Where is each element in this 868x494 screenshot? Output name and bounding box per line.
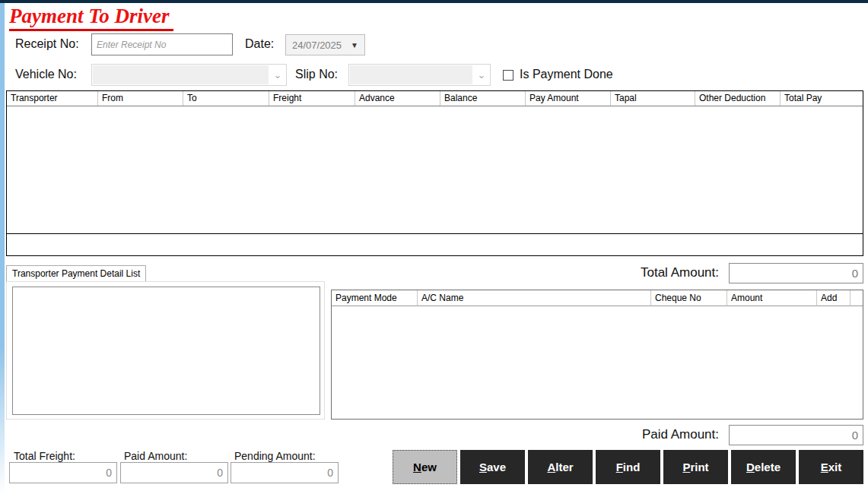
- paid-amount-label: Paid Amount:: [533, 427, 719, 442]
- delete-button[interactable]: Delete: [731, 450, 796, 484]
- column-header[interactable]: Pay Amount: [526, 91, 611, 106]
- save-button[interactable]: Save: [460, 450, 525, 484]
- button-label: lter: [555, 461, 573, 473]
- column-header[interactable]: Add: [817, 290, 851, 306]
- column-header[interactable]: Total Pay: [781, 91, 863, 106]
- vehicle-no-select[interactable]: ⌄: [91, 64, 287, 86]
- button-label: ind: [623, 461, 641, 473]
- button-accesskey: F: [616, 461, 623, 473]
- column-header[interactable]: Advance: [355, 91, 440, 106]
- column-header[interactable]: Other Deduction: [695, 91, 781, 106]
- date-dropdown-icon: ▼: [351, 41, 358, 49]
- freight-table-body[interactable]: [7, 106, 863, 233]
- window-left-border: [0, 3, 5, 494]
- vehicle-no-label: Vehicle No:: [15, 68, 77, 81]
- button-accesskey: P: [682, 461, 690, 473]
- freight-table-footer: [7, 233, 863, 254]
- paid-amount-summary-input[interactable]: [120, 462, 228, 483]
- column-header[interactable]: Freight: [269, 91, 355, 106]
- detail-tab-page: [6, 281, 325, 420]
- total-freight-input[interactable]: [9, 462, 117, 483]
- column-header[interactable]: Payment Mode: [332, 290, 418, 306]
- column-header[interactable]: A/C Name: [418, 290, 651, 306]
- find-button[interactable]: Find: [596, 450, 660, 484]
- button-label: xit: [828, 461, 842, 473]
- receipt-no-input[interactable]: [91, 33, 233, 55]
- is-payment-done-label: Is Payment Done: [520, 68, 613, 81]
- column-header[interactable]: Balance: [440, 91, 526, 106]
- column-header[interactable]: From: [98, 91, 183, 106]
- paid-amount-input[interactable]: [729, 425, 863, 445]
- chevron-down-icon: ⌄: [269, 65, 286, 85]
- column-header[interactable]: Cheque No: [651, 290, 727, 306]
- page-title: Payment To Driver: [9, 5, 173, 31]
- freight-table-header: Transporter From To Freight Advance Bala…: [7, 91, 863, 106]
- transporter-payment-detail-listbox[interactable]: [12, 287, 320, 415]
- button-accesskey: N: [413, 461, 421, 473]
- button-label: ave: [487, 461, 506, 473]
- date-value: 24/07/2025: [292, 40, 342, 51]
- date-label: Date:: [245, 37, 274, 51]
- slip-no-value: [350, 65, 472, 84]
- is-payment-done-checkbox[interactable]: [503, 70, 513, 81]
- freight-table[interactable]: Transporter From To Freight Advance Bala…: [6, 90, 863, 256]
- pending-amount-input[interactable]: [231, 462, 339, 483]
- button-accesskey: A: [547, 461, 555, 473]
- button-label: ew: [421, 461, 437, 473]
- vehicle-no-value: [93, 65, 269, 84]
- exit-button[interactable]: Exit: [799, 450, 863, 484]
- button-label: elete: [755, 461, 781, 473]
- column-header[interactable]: Tapal: [611, 91, 695, 106]
- chevron-down-icon: ⌄: [473, 65, 490, 85]
- button-accesskey: E: [821, 461, 828, 473]
- total-freight-label: Total Freight:: [14, 450, 75, 462]
- pending-amount-label: Pending Amount:: [234, 450, 316, 462]
- paid-amount-summary-label: Paid Amount:: [124, 450, 187, 462]
- button-label: rint: [690, 461, 708, 473]
- window-top-bar: [0, 0, 868, 3]
- receipt-no-label: Receipt No:: [15, 37, 79, 51]
- column-header[interactable]: Transporter: [7, 91, 98, 106]
- tab-transporter-payment-detail-list[interactable]: Transporter Payment Detail List: [6, 265, 146, 281]
- column-header[interactable]: Amount: [727, 290, 817, 306]
- slip-no-label: Slip No:: [295, 68, 338, 81]
- date-picker[interactable]: 24/07/2025 ▼: [285, 34, 365, 55]
- total-amount-input[interactable]: [729, 263, 863, 283]
- button-accesskey: S: [479, 461, 487, 473]
- header-filler: [851, 290, 863, 306]
- payment-table-header: Payment Mode A/C Name Cheque No Amount A…: [332, 290, 863, 306]
- alter-button[interactable]: Alter: [528, 450, 593, 484]
- button-accesskey: D: [746, 461, 755, 473]
- column-header[interactable]: To: [183, 91, 269, 106]
- new-button[interactable]: New: [393, 450, 457, 484]
- slip-no-select[interactable]: ⌄: [348, 64, 491, 86]
- payment-table[interactable]: Payment Mode A/C Name Cheque No Amount A…: [331, 290, 863, 420]
- total-amount-label: Total Amount:: [533, 265, 719, 280]
- print-button[interactable]: Print: [663, 450, 728, 484]
